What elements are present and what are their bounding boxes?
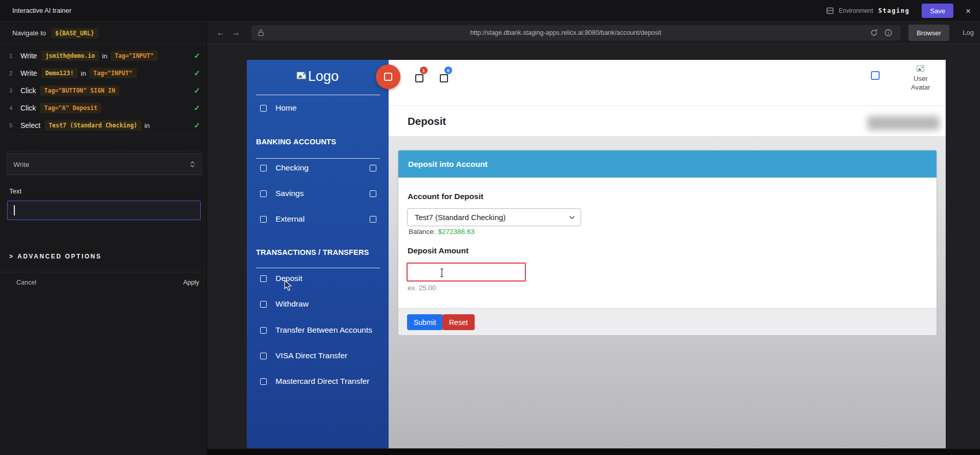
broken-image-icon: [917, 65, 925, 72]
step-param-badge[interactable]: Demo123!: [41, 68, 77, 78]
page-content: Deposit into Account Account for Deposit…: [389, 137, 946, 448]
action-select[interactable]: Write: [6, 154, 202, 175]
info-icon[interactable]: [884, 29, 892, 37]
messages-icon[interactable]: [440, 74, 448, 82]
sidebar-divider: [256, 268, 380, 268]
step-param-badge[interactable]: Test7 (Standard Checking): [45, 120, 141, 131]
step-param-badge: in: [102, 52, 108, 60]
broken-image-icon: [260, 353, 267, 359]
back-button[interactable]: ←: [217, 21, 225, 44]
broken-image-icon: [370, 165, 376, 171]
base-url-badge[interactable]: ${BASE_URL}: [51, 28, 98, 38]
bank-main: 1 0 User Avatar Deposit: [389, 60, 946, 448]
close-icon[interactable]: ×: [966, 7, 971, 15]
page-title-row: Deposit: [389, 106, 946, 137]
step-number: 1: [9, 53, 17, 59]
sidebar-item-withdraw[interactable]: Withdraw: [247, 296, 389, 312]
sidebar-item-home[interactable]: Home: [247, 100, 389, 116]
environment-icon: [826, 7, 834, 15]
broken-image-icon: [260, 105, 267, 112]
sidebar-item-label: Checking: [275, 163, 370, 172]
browser-tab-button[interactable]: Browser: [908, 25, 949, 41]
trainer-step[interactable]: 4ClickTag="A" Deposit✓: [0, 99, 206, 117]
app-topbar: Interactive AI trainer Environment Stagi…: [0, 0, 980, 21]
page-title: Deposit: [408, 106, 446, 137]
bank-sidebar: Logo HomeBANKING ACCOUNTSCheckingSavings…: [247, 60, 389, 448]
app-window: Interactive AI trainer Environment Stagi…: [0, 0, 980, 455]
step-action: Click: [20, 104, 36, 112]
sidebar-item-label: VISA Direct Transfer: [275, 351, 389, 360]
browser-viewport: Logo HomeBANKING ACCOUNTSCheckingSavings…: [207, 44, 980, 455]
account-select[interactable]: Test7 (Standard Checking): [407, 208, 581, 226]
broken-image-icon: [260, 275, 267, 282]
broken-image-icon: [260, 378, 267, 385]
action-select-value: Write: [13, 161, 190, 168]
chevron-down-icon: [569, 215, 575, 220]
check-icon: ✓: [194, 86, 200, 95]
account-select-value: Test7 (Standard Checking): [415, 209, 581, 226]
rendered-page: Logo HomeBANKING ACCOUNTSCheckingSavings…: [247, 60, 946, 448]
step-action: Write: [20, 69, 37, 77]
save-button[interactable]: Save: [922, 4, 953, 18]
submit-button[interactable]: Submit: [407, 314, 443, 330]
forward-button[interactable]: →: [232, 21, 240, 44]
notification-icon[interactable]: [415, 74, 423, 82]
deposit-amount-label: Deposit Amount: [408, 246, 468, 256]
sidebar-item-label: Withdraw: [275, 299, 389, 309]
step-action: Click: [20, 86, 36, 95]
trainer-step[interactable]: 3ClickTag="BUTTON" SIGN IN✓: [0, 82, 206, 99]
step-param-badge: in: [81, 70, 87, 77]
deposit-card-body: Account for Deposit Test7 (Standard Chec…: [398, 178, 936, 308]
sidebar-item-mastercard-direct-transfer[interactable]: Mastercard Direct Transfer: [247, 373, 389, 389]
sidebar-item-transfer-between-accounts[interactable]: Transfer Between Accounts: [247, 322, 389, 338]
sidebar-item-visa-direct-transfer[interactable]: VISA Direct Transfer: [247, 348, 389, 364]
bank-header: 1 0 User Avatar: [389, 60, 946, 106]
step-param-badge[interactable]: Tag="BUTTON" SIGN IN: [40, 85, 119, 96]
sidebar-divider: [256, 95, 380, 95]
log-tab-button[interactable]: Log: [963, 21, 974, 44]
trainer-step[interactable]: 2WriteDemo123!inTag="INPUT"✓: [0, 64, 206, 82]
bank-logo-text: Logo: [308, 69, 338, 84]
step-text-input[interactable]: [7, 201, 201, 220]
account-for-deposit-label: Account for Deposit: [408, 192, 483, 202]
deposit-amount-input[interactable]: [407, 263, 526, 281]
sidebar-item-checking[interactable]: Checking: [247, 160, 389, 176]
user-avatar[interactable]: User Avatar: [910, 65, 931, 103]
drop-separator: [7, 151, 199, 152]
deposit-amount-hint: ex. 25.00: [408, 284, 436, 292]
stop-icon: [384, 73, 392, 81]
step-number: 5: [9, 122, 17, 128]
step-param-badge[interactable]: jsmith@demo.io: [41, 51, 99, 61]
sidebar-item-savings[interactable]: Savings: [247, 185, 389, 202]
advanced-options-label: ADVANCED OPTIONS: [17, 253, 101, 260]
trainer-step[interactable]: 5SelectTest7 (Standard Checking)in✓: [0, 117, 206, 134]
apply-button[interactable]: Apply: [183, 272, 199, 293]
drop-separator: [7, 134, 199, 135]
app-title: Interactive AI trainer: [12, 7, 72, 14]
step-param-badge[interactable]: Tag="INPUT": [111, 51, 158, 61]
text-cursor-ibeam: [439, 268, 444, 277]
refresh-icon[interactable]: [870, 29, 878, 37]
url-bar[interactable]: http://stage.dbank.staging-apps.relicx.a…: [251, 25, 901, 40]
advanced-options-toggle[interactable]: >ADVANCED OPTIONS: [9, 253, 101, 260]
stop-recording-button[interactable]: [376, 64, 400, 89]
lock-icon: [258, 29, 264, 37]
step-param-badge[interactable]: Tag="INPUT": [89, 68, 136, 78]
bank-logo[interactable]: Logo: [247, 65, 389, 88]
trainer-step[interactable]: 1Writejsmith@demo.ioinTag="INPUT"✓: [0, 47, 206, 64]
deposit-card: Deposit into Account Account for Deposit…: [398, 150, 937, 335]
navigate-step[interactable]: Navigate to${BASE_URL}: [0, 21, 206, 44]
sidebar-item-deposit[interactable]: Deposit: [247, 270, 389, 287]
avatar-alt-text: User Avatar: [910, 74, 931, 92]
sidebar-item-external[interactable]: External: [247, 211, 389, 227]
redacted-welcome-text: [867, 116, 940, 130]
environment-value[interactable]: Staging: [878, 7, 909, 14]
cancel-button[interactable]: Cancel: [16, 272, 36, 293]
broken-image-icon: [260, 190, 267, 197]
browser-toolbar: ← → http://stage.dbank.staging-apps.reli…: [207, 21, 980, 44]
notification-badge-red: 1: [420, 67, 428, 74]
step-param-badge[interactable]: Tag="A" Deposit: [40, 103, 101, 113]
steps-list: 1Writejsmith@demo.ioinTag="INPUT"✓2Write…: [0, 44, 206, 134]
reset-button[interactable]: Reset: [442, 314, 475, 330]
header-square-icon[interactable]: [871, 71, 880, 80]
